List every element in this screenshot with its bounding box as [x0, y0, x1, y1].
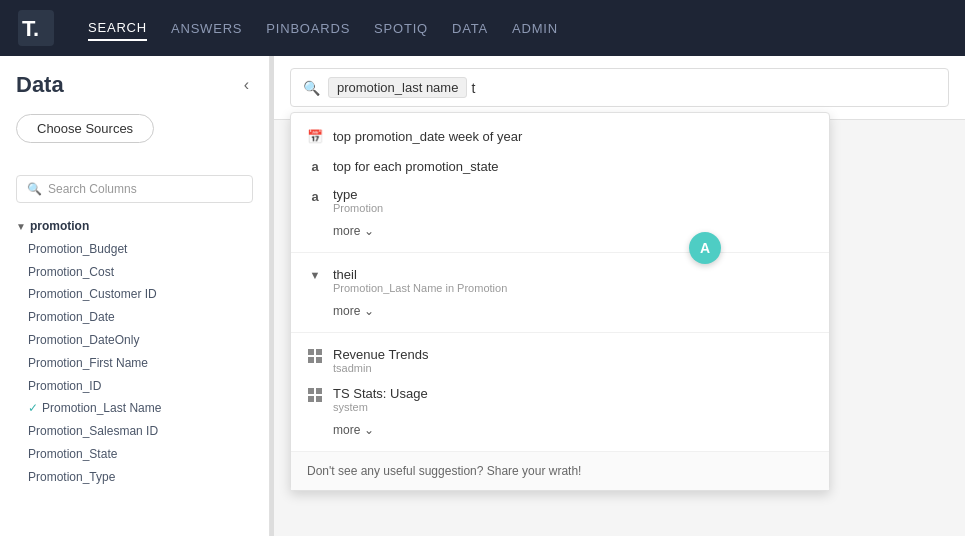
dropdown-item-title: type	[333, 187, 813, 202]
check-icon: ✓	[28, 397, 38, 420]
a-icon: a	[307, 159, 323, 174]
dropdown-item[interactable]: ▼ theil Promotion_Last Name in Promotion	[291, 261, 829, 300]
dropdown-item-content: top promotion_date week of year	[333, 127, 813, 145]
dropdown-section-pinboard: Revenue Trends tsadmin TS Stats: Usage s…	[291, 333, 829, 452]
svg-text:T.: T.	[22, 16, 39, 41]
dropdown-item-title: Revenue Trends	[333, 347, 813, 362]
callout-a-badge: A	[689, 232, 721, 264]
sidebar-header: Data ‹	[16, 72, 253, 98]
more-label: more	[333, 224, 360, 238]
svg-rect-6	[308, 388, 314, 394]
dropdown-item[interactable]: TS Stats: Usage system	[291, 380, 829, 419]
svg-rect-3	[316, 349, 322, 355]
columns-list: ▼ promotion Promotion_Budget Promotion_C…	[16, 215, 253, 489]
dropdown-item-content: TS Stats: Usage system	[333, 386, 813, 413]
search-columns-icon: 🔍	[27, 182, 42, 196]
dropdown-item-title: TS Stats: Usage	[333, 386, 813, 401]
svg-rect-4	[308, 357, 314, 363]
group-name: promotion	[30, 215, 89, 238]
dropdown-item-subtitle: tsadmin	[333, 362, 813, 374]
dropdown-more-btn[interactable]: more ⌄	[291, 220, 829, 244]
list-item[interactable]: Promotion_Salesman ID	[16, 420, 253, 443]
nav-data[interactable]: DATA	[452, 17, 488, 40]
sidebar-title: Data	[16, 72, 64, 98]
nav-pinboards[interactable]: PINBOARDS	[266, 17, 350, 40]
sidebar: Data ‹ Choose Sources 🔍 ▼ promotion Prom…	[0, 56, 270, 536]
dropdown-item[interactable]: a top for each promotion_state	[291, 151, 829, 181]
search-dropdown: 📅 top promotion_date week of year a top …	[290, 112, 830, 491]
dropdown-item-subtitle: Promotion_Last Name in Promotion	[333, 282, 813, 294]
search-columns-input[interactable]	[48, 182, 242, 196]
list-item[interactable]: Promotion_ID	[16, 375, 253, 398]
choose-sources-button[interactable]: Choose Sources	[16, 114, 154, 143]
search-icon: 🔍	[303, 80, 320, 96]
dropdown-item[interactable]: 📅 top promotion_date week of year	[291, 121, 829, 151]
list-item[interactable]: Promotion_Date	[16, 306, 253, 329]
svg-rect-7	[316, 388, 322, 394]
svg-rect-2	[308, 349, 314, 355]
nav-spotiq[interactable]: SPOTIQ	[374, 17, 428, 40]
dropdown-section-filter: ▼ theil Promotion_Last Name in Promotion…	[291, 253, 829, 333]
content-area: 🔍 promotion_last name t 📅 top promotion_…	[274, 56, 965, 536]
dropdown-item-title: top promotion_date week of year	[333, 129, 522, 144]
grid-icon	[307, 388, 323, 405]
collapse-button[interactable]: ‹	[240, 72, 253, 98]
list-item[interactable]: Promotion_First Name	[16, 352, 253, 375]
dropdown-item-content: top for each promotion_state	[333, 157, 813, 175]
list-item[interactable]: Promotion_Cost	[16, 261, 253, 284]
dropdown-item-content: Revenue Trends tsadmin	[333, 347, 813, 374]
dropdown-more-btn[interactable]: more ⌄	[291, 300, 829, 324]
dropdown-section-text: 📅 top promotion_date week of year a top …	[291, 113, 829, 253]
chevron-down-icon: ⌄	[364, 423, 374, 437]
grid-icon	[307, 349, 323, 366]
a-icon: a	[307, 189, 323, 204]
top-nav: T. SEARCH ANSWERS PINBOARDS SPOTIQ DATA …	[0, 0, 965, 56]
nav-admin[interactable]: ADMIN	[512, 17, 558, 40]
dropdown-footer: Don't see any useful suggestion? Share y…	[291, 452, 829, 490]
filter-icon: ▼	[307, 269, 323, 281]
dropdown-item[interactable]: a type Promotion	[291, 181, 829, 220]
search-token[interactable]: promotion_last name	[328, 77, 467, 98]
dropdown-item[interactable]: Revenue Trends tsadmin	[291, 341, 829, 380]
dropdown-item-subtitle: system	[333, 401, 813, 413]
dropdown-item-subtitle: Promotion	[333, 202, 813, 214]
search-bar[interactable]: 🔍 promotion_last name t	[290, 68, 949, 107]
list-item[interactable]: Promotion_Budget	[16, 238, 253, 261]
chevron-down-icon: ⌄	[364, 224, 374, 238]
dropdown-item-title: top for each promotion_state	[333, 159, 499, 174]
dropdown-item-content: type Promotion	[333, 187, 813, 214]
dropdown-item-title: theil	[333, 267, 813, 282]
group-header: ▼ promotion	[16, 215, 253, 238]
dropdown-item-content: theil Promotion_Last Name in Promotion	[333, 267, 813, 294]
nav-answers[interactable]: ANSWERS	[171, 17, 242, 40]
dropdown-more-btn[interactable]: more ⌄	[291, 419, 829, 443]
list-item-checked[interactable]: ✓ Promotion_Last Name	[16, 397, 253, 420]
svg-rect-9	[316, 396, 322, 402]
svg-rect-5	[316, 357, 322, 363]
nav-search[interactable]: SEARCH	[88, 16, 147, 41]
svg-rect-8	[308, 396, 314, 402]
checked-item-label: Promotion_Last Name	[42, 397, 161, 420]
calendar-icon: 📅	[307, 129, 323, 144]
chevron-down-icon: ⌄	[364, 304, 374, 318]
search-bar-container: 🔍 promotion_last name t 📅 top promotion_…	[274, 56, 965, 120]
search-tokens: promotion_last name t	[328, 77, 936, 98]
main-layout: Data ‹ Choose Sources 🔍 ▼ promotion Prom…	[0, 56, 965, 536]
list-item[interactable]: Promotion_Type	[16, 466, 253, 489]
list-item[interactable]: Promotion_Customer ID	[16, 283, 253, 306]
footer-text: Don't see any useful suggestion? Share y…	[307, 464, 581, 478]
list-item[interactable]: Promotion_State	[16, 443, 253, 466]
logo: T.	[16, 8, 56, 48]
list-item[interactable]: Promotion_DateOnly	[16, 329, 253, 352]
more-label: more	[333, 304, 360, 318]
search-columns-container: 🔍	[16, 175, 253, 203]
more-label: more	[333, 423, 360, 437]
search-typed[interactable]: t	[471, 80, 491, 96]
group-arrow-icon: ▼	[16, 217, 26, 236]
